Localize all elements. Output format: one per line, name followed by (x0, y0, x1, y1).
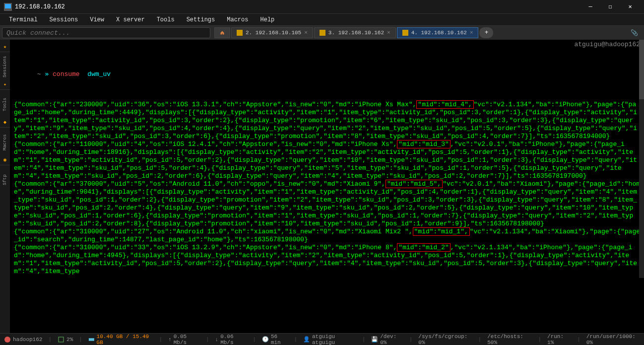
statusbar: hadoop162 | 2% | 10.40 GB / 15.49 GB | ↑… (0, 333, 644, 345)
sidebar-macro-icon[interactable]: ◆ (3, 119, 6, 127)
sidebar-tools[interactable]: Tools (0, 89, 10, 119)
status-host: hadoop162 (4, 336, 42, 343)
tab-label: 3. 192.168.10.162 (328, 30, 384, 36)
pin-icon[interactable]: 📎 (631, 29, 638, 37)
clock-icon: 🕐 (262, 336, 269, 343)
status-runuser: /run/user/1000: 0% (586, 334, 640, 345)
prompt-line: ~ » consume dwm_uv (14, 63, 640, 85)
tab-2[interactable]: 2. 192.168.10.105 × (231, 27, 313, 38)
app-icon (4, 3, 12, 11)
menu-terminal[interactable]: Terminal (4, 15, 43, 24)
host-icon (4, 336, 11, 343)
status-disks: 💾 /dev: 0% (371, 334, 403, 345)
tab-4[interactable]: 4. 192.168.10.162 × (397, 27, 479, 38)
sidebar-sftp[interactable]: Sftp (0, 165, 10, 195)
menu-xserver[interactable]: X server (111, 15, 150, 24)
sidebar: ★ Sessions ✦ Tools ◆ Macros ◉ Sftp (0, 40, 10, 333)
terminal-icon (320, 30, 325, 36)
toolbar: 2. 192.168.10.105 × 3. 192.168.10.162 × … (0, 26, 644, 40)
tab-home[interactable] (214, 27, 230, 38)
status-uptime: 🕐 56 min (262, 334, 288, 345)
status-user: 👤 atguigu atguigu (303, 334, 356, 345)
close-icon[interactable]: × (470, 30, 473, 36)
close-button[interactable]: ✕ (620, 0, 640, 14)
titlebar: 192.168.10.162 ─ ☐ ✕ (0, 0, 644, 14)
download-icon: ↓ (215, 337, 219, 343)
upload-icon: ↑ (168, 337, 172, 343)
sidebar-tool-icon[interactable]: ✦ (3, 81, 6, 89)
menu-help[interactable]: Help (255, 15, 279, 24)
command-arg: dwm_uv (87, 70, 111, 78)
status-cpu: 2% (58, 336, 73, 343)
minimize-button[interactable]: ─ (580, 0, 600, 14)
window-title: 192.168.10.162 (15, 3, 580, 10)
menubar: Terminal Sessions View X server Tools Se… (0, 14, 644, 26)
user-icon: 👤 (303, 336, 310, 343)
close-icon[interactable]: × (387, 30, 390, 36)
status-etc: /etc/hosts: 50% (487, 334, 532, 345)
command: consume (53, 70, 80, 78)
scrollbar[interactable] (639, 40, 644, 278)
svg-rect-6 (59, 337, 64, 342)
status-upload: ↑ 0.05 Mb/s (168, 334, 200, 345)
svg-rect-1 (5, 4, 11, 8)
tab-bar: 2. 192.168.10.105 × 3. 192.168.10.162 × … (214, 27, 642, 38)
status-memory: 10.40 GB / 15.49 GB (88, 334, 153, 345)
prompt-arrow: » (45, 70, 49, 78)
quick-connect-input[interactable] (2, 27, 210, 38)
status-download: ↓ 0.06 Mb/s (215, 334, 247, 345)
tab-label: 2. 192.168.10.105 (246, 30, 301, 36)
sidebar-sftp-icon[interactable]: ◉ (3, 157, 6, 165)
tab-label: 4. 192.168.10.162 (411, 30, 467, 36)
terminal-icon (237, 30, 243, 36)
scrollbar-thumb[interactable] (639, 40, 644, 99)
menu-macros[interactable]: Macros (222, 15, 253, 24)
disk-icon: 💾 (371, 336, 378, 343)
home-icon (220, 30, 225, 36)
terminal[interactable]: atguigu@hadoop162 ~ » consume dwm_uv {"c… (10, 40, 644, 333)
terminal-icon (402, 30, 408, 36)
menu-tools[interactable]: Tools (152, 15, 180, 24)
close-icon[interactable]: × (304, 30, 308, 36)
svg-rect-4 (402, 30, 408, 36)
svg-rect-3 (320, 30, 325, 36)
menu-view[interactable]: View (85, 15, 109, 24)
main: ★ Sessions ✦ Tools ◆ Macros ◉ Sftp atgui… (0, 40, 644, 333)
menu-settings[interactable]: Settings (182, 15, 220, 24)
prompt-cwd: ~ (37, 70, 41, 78)
sidebar-star-icon[interactable]: ★ (3, 44, 6, 52)
status-sysfs: /sys/fs/cgroup: 0% (418, 334, 472, 345)
user-host: atguigu@hadoop162 (574, 41, 640, 48)
svg-rect-2 (237, 30, 243, 36)
status-run: /run: 1% (547, 334, 571, 345)
memory-icon (88, 336, 95, 343)
sidebar-macros[interactable]: Macros (0, 127, 10, 157)
svg-point-5 (4, 337, 10, 343)
svg-rect-7 (89, 338, 94, 341)
cpu-icon (58, 336, 64, 343)
add-tab-button[interactable]: + (479, 27, 493, 38)
sidebar-sessions[interactable]: Sessions (0, 52, 10, 81)
menu-sessions[interactable]: Sessions (45, 15, 83, 24)
terminal-output: {"common":{"ar":"230000","uid":"36","os"… (14, 100, 640, 275)
maximize-button[interactable]: ☐ (600, 0, 620, 14)
tab-3[interactable]: 3. 192.168.10.162 × (314, 27, 396, 38)
